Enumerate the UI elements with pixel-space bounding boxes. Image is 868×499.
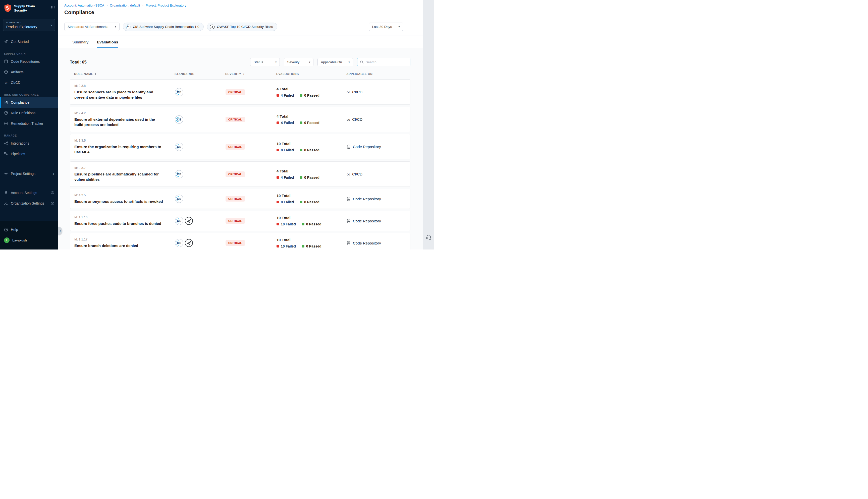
sort-down-icon: ▼ <box>243 73 245 75</box>
section-label-supply-chain: SUPPLY CHAIN <box>4 52 54 55</box>
table-row[interactable]: Id: 1.1.16 Ensure force pushes code to b… <box>70 211 410 231</box>
search-icon <box>360 60 364 64</box>
chip-label: OWASP Top 10 CI/CD Security Risks <box>217 25 273 28</box>
box-icon <box>4 70 8 74</box>
evaluations-total: 10 Total <box>277 238 347 242</box>
page-header: Account: Automation-SSCA › Organization:… <box>58 0 423 18</box>
failed-indicator <box>277 176 279 179</box>
breadcrumb-organization[interactable]: Organization: default <box>110 3 140 7</box>
sidebar-item-artifacts[interactable]: Artifacts <box>0 67 58 77</box>
severity-badge: CRITICAL <box>226 117 245 122</box>
chevron-down-icon: ▾ <box>398 25 400 28</box>
breadcrumb-project[interactable]: Project: Product Exploratory <box>146 3 186 7</box>
sidebar-item-pipelines[interactable]: Pipelines <box>0 149 58 159</box>
sidebar-item-cicd[interactable]: ∞ CI/CD <box>0 77 58 88</box>
column-header-evaluations[interactable]: EVALUATIONS <box>276 72 346 76</box>
applicable-on-label: Code Repository <box>353 197 381 201</box>
rule-name: Ensure all external dependencies used in… <box>74 117 165 127</box>
applicable-on-label: Code Repository <box>353 145 381 149</box>
info-icon <box>51 202 54 205</box>
table-row[interactable]: Id: 1.1.17 Ensure branch deletions are d… <box>70 233 410 250</box>
evaluations-total: 4 Total <box>277 114 347 119</box>
breadcrumb-separator-icon: › <box>107 3 108 7</box>
sidebar-item-help[interactable]: Help <box>0 224 58 235</box>
user-name: Lavakush <box>12 239 27 242</box>
tab-summary[interactable]: Summary <box>72 40 88 48</box>
applicable-on-label: CI/CD <box>352 172 362 176</box>
infinity-icon: ∞ <box>4 81 8 85</box>
column-header-applicable-on[interactable]: APPLICABLE ON <box>346 72 410 76</box>
date-range-dropdown[interactable]: Last 30 Days ▾ <box>369 23 403 31</box>
column-header-rule-name[interactable]: RULE NAME ▲ ▼ <box>70 72 174 76</box>
breadcrumb-account[interactable]: Account: Automation-SSCA <box>64 3 104 7</box>
benchmark-chip-owasp[interactable]: OWASP Top 10 CI/CD Security Risks <box>207 23 277 31</box>
column-header-standards[interactable]: STANDARDS <box>174 72 225 76</box>
table-row[interactable]: Id: 2.3.7 Ensure pipelines are automatic… <box>70 161 410 187</box>
breadcrumb: Account: Automation-SSCA › Organization:… <box>64 3 417 7</box>
sidebar-item-rule-definitions[interactable]: Rule Definitions <box>0 108 58 118</box>
tab-evaluations[interactable]: Evaluations <box>97 40 118 48</box>
table-row[interactable]: Id: 4.2.5 Ensure anonymous access to art… <box>70 189 410 209</box>
column-header-severity[interactable]: SEVERITY ▼ <box>225 72 276 76</box>
sidebar-item-label: Artifacts <box>11 70 24 74</box>
passed-indicator <box>300 201 302 203</box>
failed-indicator <box>277 245 279 247</box>
sidebar-item-get-started[interactable]: Get Started <box>0 36 58 47</box>
evaluations-total: 4 Total <box>277 169 347 173</box>
rule-name: Ensure anonymous access to artifacts is … <box>74 199 165 204</box>
brand-title: Supply Chain Security <box>14 4 48 13</box>
sidebar-item-label: Project Settings <box>11 172 35 176</box>
table-body: Id: 2.3.8 Ensure scanners are in place t… <box>70 79 410 250</box>
user-menu[interactable]: L Lavakush <box>0 235 58 245</box>
sidebar-item-label: Account Settings <box>11 191 37 195</box>
filter-bar: Standards: All Benchmarks ▾ CIS Software… <box>58 18 423 35</box>
rule-name: Ensure branch deletions are denied <box>74 243 165 248</box>
severity-badge: CRITICAL <box>226 89 245 95</box>
support-headset-icon[interactable] <box>426 234 432 240</box>
sidebar-item-compliance[interactable]: Compliance <box>0 97 58 108</box>
passed-indicator <box>302 245 304 247</box>
project-name: Product Exploratory <box>6 25 37 29</box>
help-icon <box>4 228 8 232</box>
gear-icon <box>4 172 8 176</box>
rule-id: Id: 4.2.5 <box>74 194 165 197</box>
failed-indicator <box>277 149 279 151</box>
rule-name: Ensure pipelines are automatically scann… <box>74 171 165 182</box>
failed-count: 10 Failed <box>281 244 296 248</box>
rule-name: Ensure scanners are in place to identify… <box>74 89 165 100</box>
table-row[interactable]: Id: 2.4.2 Ensure all external dependenci… <box>70 107 410 132</box>
pipeline-icon <box>4 152 8 156</box>
table-row[interactable]: Id: 1.3.5 Ensure the organization is req… <box>70 134 410 159</box>
owasp-standard-icon <box>184 239 193 247</box>
sidebar-item-project-settings[interactable]: Project Settings › <box>0 168 58 179</box>
status-filter-value: Status <box>253 60 263 64</box>
sort-icon: ▲ ▼ <box>95 73 96 75</box>
cicd-icon: ∞ <box>347 89 350 95</box>
sidebar-item-organization-settings[interactable]: Organization Settings <box>0 198 58 209</box>
project-label-row: ◇ PROJECT <box>6 21 37 24</box>
sidebar-item-label: Code Repositories <box>11 60 40 63</box>
search-input[interactable] <box>366 60 408 64</box>
applicable-on-label: Code Repository <box>353 219 381 223</box>
standards-dropdown[interactable]: Standards: All Benchmarks ▾ <box>64 23 120 31</box>
sidebar-item-remediation-tracker[interactable]: Remediation Tracker <box>0 118 58 129</box>
severity-filter-dropdown[interactable]: Severity ▾ <box>284 58 313 66</box>
severity-filter-value: Severity <box>287 60 299 64</box>
applicable-on-filter-dropdown[interactable]: Applicable On ▾ <box>317 58 353 66</box>
sidebar-item-integrations[interactable]: Integrations <box>0 138 58 149</box>
module-grid-icon[interactable] <box>51 6 55 10</box>
sidebar-item-label: Pipelines <box>11 152 25 156</box>
table-row[interactable]: Id: 2.3.8 Ensure scanners are in place t… <box>70 79 410 105</box>
sidebar-item-label: CI/CD <box>11 81 20 85</box>
chevron-down-icon: ▾ <box>275 61 277 64</box>
benchmark-chip-cis[interactable]: CIS Software Supply Chain Benchmarks 1.0 <box>123 23 204 31</box>
sidebar-item-account-settings[interactable]: Account Settings <box>0 187 58 198</box>
sidebar: Supply Chain Security ◇ PROJECT Product … <box>0 0 58 250</box>
project-selector[interactable]: ◇ PROJECT Product Exploratory › <box>3 19 55 32</box>
status-filter-dropdown[interactable]: Status ▾ <box>250 58 280 66</box>
sidebar-item-label: Remediation Tracker <box>11 121 43 125</box>
sidebar-item-code-repositories[interactable]: Code Repositories <box>0 56 58 67</box>
failed-indicator <box>277 223 279 226</box>
failed-indicator <box>277 121 279 124</box>
code-repository-icon <box>347 145 351 149</box>
